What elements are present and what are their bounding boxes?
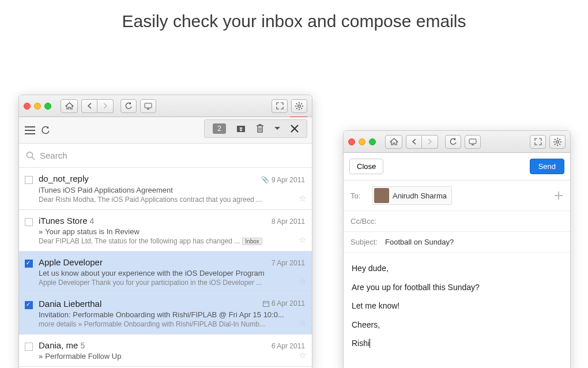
- delete-button[interactable]: [256, 124, 264, 133]
- gear-icon: [553, 138, 561, 146]
- window-mode-button[interactable]: [140, 99, 156, 113]
- svg-rect-16: [469, 139, 476, 144]
- subject-label: Subject:: [350, 238, 380, 246]
- send-button[interactable]: Send: [530, 159, 564, 174]
- home-button[interactable]: [61, 99, 78, 113]
- ccbcc-label: Cc/Bcc:: [350, 217, 376, 226]
- minimize-window-button[interactable]: [359, 138, 365, 145]
- star-button[interactable]: ☆: [299, 193, 306, 204]
- compose-body-line: Rishi: [352, 336, 562, 351]
- star-button[interactable]: ☆: [299, 350, 306, 361]
- search-bar[interactable]: Search: [19, 144, 312, 168]
- star-button[interactable]: ☆: [299, 318, 306, 328]
- compose-action-bar: Close Send: [344, 153, 570, 181]
- svg-line-9: [301, 103, 302, 104]
- compose-body[interactable]: Hey dude,Are you up for football this Su…: [344, 253, 570, 363]
- zoom-window-button[interactable]: [44, 103, 51, 110]
- svg-rect-0: [145, 103, 152, 108]
- message-preview: Apple Developer Thank you for your parti…: [39, 279, 305, 287]
- subject-field[interactable]: Subject: Football on Sunday?: [344, 232, 570, 253]
- zoom-window-button[interactable]: [369, 138, 376, 145]
- svg-line-6: [296, 103, 297, 104]
- settings-button[interactable]: [549, 135, 566, 149]
- message-date: 7 Apr 2011: [272, 259, 305, 267]
- refresh-icon: [41, 126, 50, 135]
- ccbcc-field[interactable]: Cc/Bcc:: [344, 211, 570, 232]
- close-window-button[interactable]: [348, 138, 355, 145]
- message-row[interactable]: iTunes Store 48 Apr 2011»Your app status…: [19, 210, 312, 251]
- selection-count-badge: 2: [213, 123, 226, 134]
- message-checkbox[interactable]: [25, 176, 33, 184]
- home-button[interactable]: [385, 135, 402, 149]
- gear-icon: [295, 102, 303, 110]
- page-headline: Easily check your inbox and compose emai…: [0, 0, 588, 31]
- svg-point-12: [27, 152, 33, 157]
- window-mode-button[interactable]: [465, 135, 481, 149]
- message-body: iTunes Store 48 Apr 2011»Your app status…: [39, 216, 305, 245]
- message-sender: Apple Developer: [39, 257, 103, 267]
- message-row[interactable]: Apple Developer7 Apr 2011Let us know abo…: [19, 251, 312, 293]
- minimize-window-button[interactable]: [34, 103, 41, 110]
- chevron-left-icon: [87, 103, 92, 109]
- menu-button[interactable]: [25, 126, 35, 134]
- to-field[interactable]: To: Anirudh Sharma: [344, 181, 570, 211]
- compose-window: Close Send To: Anirudh Sharma Cc/Bcc: Su…: [343, 130, 571, 368]
- star-button[interactable]: ☆: [299, 276, 306, 287]
- reload-button[interactable]: [445, 135, 461, 149]
- nav-back-forward: [406, 135, 438, 149]
- reload-button[interactable]: [120, 99, 137, 113]
- svg-rect-14: [263, 301, 269, 306]
- message-checkbox[interactable]: [25, 260, 33, 268]
- add-recipient-button[interactable]: [554, 191, 563, 200]
- expand-icon: [276, 102, 284, 110]
- compose-titlebar: [344, 131, 570, 153]
- message-row[interactable]: Dania, me 56 Apr 2011»Performable Follow…: [19, 335, 312, 367]
- search-placeholder: Search: [40, 151, 67, 160]
- more-actions-button[interactable]: [274, 127, 280, 130]
- message-row[interactable]: Dania Lieberthal6 Apr 2011Invitation: Pe…: [19, 293, 312, 335]
- attachment-icon: 📎: [261, 176, 269, 183]
- forward-button[interactable]: [97, 99, 114, 113]
- nav-back-forward: [81, 99, 114, 113]
- compose-body-line: Cheers,: [352, 317, 562, 333]
- message-checkbox[interactable]: [25, 343, 33, 351]
- message-date: 📎9 Apr 2011: [261, 176, 305, 184]
- home-icon: [65, 102, 74, 110]
- message-row[interactable]: do_not_reply📎9 Apr 2011iTunes iOS Paid A…: [19, 168, 312, 210]
- message-sender: do_not_reply: [39, 174, 89, 183]
- svg-line-8: [296, 108, 297, 109]
- svg-line-25: [559, 139, 560, 140]
- svg-line-7: [301, 108, 302, 109]
- back-button[interactable]: [406, 135, 422, 149]
- deselect-button[interactable]: [291, 125, 299, 133]
- message-subject: Let us know about your experience with t…: [39, 269, 305, 277]
- forward-button[interactable]: [422, 135, 438, 149]
- settings-button[interactable]: [291, 99, 307, 113]
- message-body: Dania, me 56 Apr 2011»Performable Follow…: [39, 340, 305, 361]
- message-checkbox[interactable]: [25, 301, 33, 309]
- message-preview: Dear Rishi Modha, The iOS Paid Applicati…: [39, 196, 305, 204]
- back-button[interactable]: [81, 99, 97, 113]
- refresh-button[interactable]: [41, 126, 50, 135]
- close-window-button[interactable]: [24, 103, 31, 110]
- archive-button[interactable]: [236, 124, 246, 133]
- inbox-toolbar: 2: [19, 117, 312, 144]
- close-button[interactable]: Close: [349, 159, 383, 174]
- monitor-icon: [144, 103, 152, 110]
- reload-icon: [449, 138, 457, 146]
- calendar-icon: [263, 301, 269, 307]
- message-subject: Invitation: Performable Onboarding with …: [39, 310, 305, 319]
- fullscreen-button[interactable]: [530, 135, 546, 149]
- svg-point-17: [556, 140, 559, 142]
- message-body: Dania Lieberthal6 Apr 2011Invitation: Pe…: [39, 299, 305, 328]
- message-checkbox[interactable]: [25, 218, 33, 226]
- recipient-chip[interactable]: Anirudh Sharma: [372, 186, 452, 205]
- window-controls: [24, 103, 57, 110]
- svg-line-22: [555, 139, 556, 140]
- expand-icon: [534, 138, 542, 145]
- search-icon: [26, 151, 35, 160]
- fullscreen-button[interactable]: [272, 99, 288, 113]
- recipient-name: Anirudh Sharma: [393, 191, 447, 200]
- star-button[interactable]: ☆: [299, 235, 306, 245]
- reload-icon: [125, 102, 133, 110]
